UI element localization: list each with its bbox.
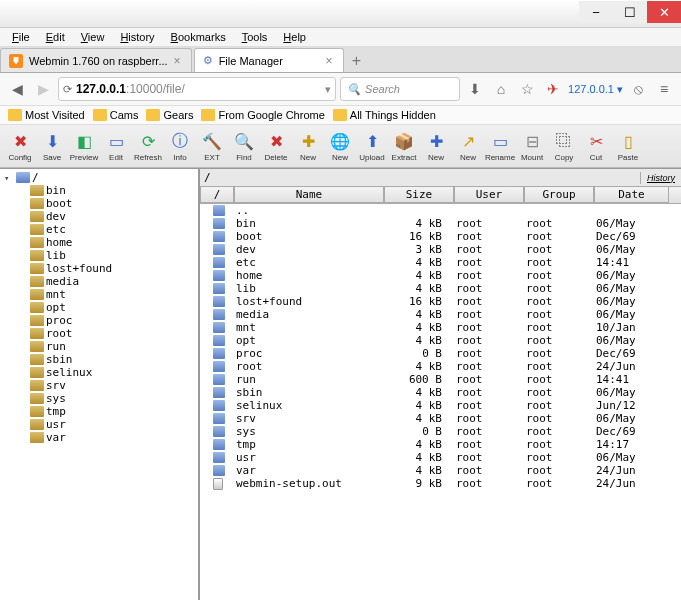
col-date[interactable]: Date xyxy=(594,187,669,203)
tree-item[interactable]: mnt xyxy=(2,288,196,301)
folder-tree[interactable]: ▾/binbootdevetchomeliblost+foundmediamnt… xyxy=(0,169,200,600)
menu-edit[interactable]: Edit xyxy=(40,30,71,44)
tree-item[interactable]: sbin xyxy=(2,353,196,366)
file-row[interactable]: root4 kBrootroot24/Jun xyxy=(200,360,681,373)
tool-upload[interactable]: ⬆Upload xyxy=(356,127,388,165)
col-name[interactable]: Name xyxy=(234,187,384,203)
window-close[interactable]: ✕ xyxy=(647,1,681,23)
window-maximize[interactable]: ☐ xyxy=(613,1,647,23)
file-row[interactable]: dev3 kBrootroot06/May xyxy=(200,243,681,256)
parent-dir[interactable]: .. xyxy=(200,204,681,217)
nav-forward[interactable]: ▶ xyxy=(32,78,54,100)
tab-close[interactable]: × xyxy=(174,54,181,68)
tree-item[interactable]: bin xyxy=(2,184,196,197)
tree-item[interactable]: var xyxy=(2,431,196,444)
menu-file[interactable]: File xyxy=(6,30,36,44)
file-row[interactable]: lib4 kBrootroot06/May xyxy=(200,282,681,295)
history-button[interactable]: History xyxy=(640,172,681,184)
tool-new[interactable]: 🌐New xyxy=(324,127,356,165)
tree-item[interactable]: proc xyxy=(2,314,196,327)
file-row[interactable]: mnt4 kBrootroot10/Jan xyxy=(200,321,681,334)
tree-item[interactable]: lib xyxy=(2,249,196,262)
hamburger-icon[interactable]: ≡ xyxy=(653,78,675,100)
tool-find[interactable]: 🔍Find xyxy=(228,127,260,165)
tree-item[interactable]: media xyxy=(2,275,196,288)
url-box[interactable]: ⟳ 127.0.0.1:10000/file/ ▾ xyxy=(58,77,336,101)
home-icon[interactable]: ⌂ xyxy=(490,78,512,100)
tool-new[interactable]: ✚New xyxy=(292,127,324,165)
tree-item[interactable]: sys xyxy=(2,392,196,405)
file-row[interactable]: run600 Brootroot14:41 xyxy=(200,373,681,386)
tool-new[interactable]: ✚New xyxy=(420,127,452,165)
tool-paste[interactable]: ▯Paste xyxy=(612,127,644,165)
tree-item[interactable]: dev xyxy=(2,210,196,223)
menu-bookmarks[interactable]: Bookmarks xyxy=(165,30,232,44)
current-path[interactable]: / xyxy=(200,170,640,185)
tool-new[interactable]: ↗New xyxy=(452,127,484,165)
tab-0[interactable]: Webmin 1.760 on raspberr...× xyxy=(0,48,192,72)
file-row[interactable]: srv4 kBrootroot06/May xyxy=(200,412,681,425)
location-icon[interactable]: ✈ xyxy=(542,78,564,100)
file-row[interactable]: media4 kBrootroot06/May xyxy=(200,308,681,321)
search-box[interactable]: 🔍 Search xyxy=(340,77,460,101)
file-row[interactable]: sbin4 kBrootroot06/May xyxy=(200,386,681,399)
tool-info[interactable]: ⓘInfo xyxy=(164,127,196,165)
bookmark-most-visited[interactable]: Most Visited xyxy=(8,109,85,121)
file-list[interactable]: ..bin4 kBrootroot06/Mayboot16 kBrootroot… xyxy=(200,204,681,600)
col-size[interactable]: Size xyxy=(384,187,454,203)
tool-refresh[interactable]: ⟳Refresh xyxy=(132,127,164,165)
menu-view[interactable]: View xyxy=(75,30,111,44)
tree-root[interactable]: ▾/ xyxy=(2,171,196,184)
tree-item[interactable]: etc xyxy=(2,223,196,236)
file-row[interactable]: lost+found16 kBrootroot06/May xyxy=(200,295,681,308)
file-row[interactable]: bin4 kBrootroot06/May xyxy=(200,217,681,230)
nav-back[interactable]: ◀ xyxy=(6,78,28,100)
tree-item[interactable]: opt xyxy=(2,301,196,314)
col-user[interactable]: User xyxy=(454,187,524,203)
tool-save[interactable]: ⬇Save xyxy=(36,127,68,165)
downloads-icon[interactable]: ⬇ xyxy=(464,78,486,100)
file-row[interactable]: etc4 kBrootroot14:41 xyxy=(200,256,681,269)
window-minimize[interactable]: − xyxy=(579,1,613,23)
menu-history[interactable]: History xyxy=(114,30,160,44)
file-row[interactable]: selinux4 kBrootrootJun/12 xyxy=(200,399,681,412)
file-row[interactable]: boot16 kBrootrootDec/69 xyxy=(200,230,681,243)
tool-ext[interactable]: 🔨EXT xyxy=(196,127,228,165)
tree-item[interactable]: home xyxy=(2,236,196,249)
col-group[interactable]: Group xyxy=(524,187,594,203)
menu-help[interactable]: Help xyxy=(277,30,312,44)
ip-label[interactable]: 127.0.0.1 ▾ xyxy=(568,83,623,96)
file-row[interactable]: home4 kBrootroot06/May xyxy=(200,269,681,282)
tree-item[interactable]: usr xyxy=(2,418,196,431)
tab-close[interactable]: × xyxy=(326,54,333,68)
bookmark-all-things-hidden[interactable]: All Things Hidden xyxy=(333,109,436,121)
tool-mount[interactable]: ⊟Mount xyxy=(516,127,548,165)
bookmark-gears[interactable]: Gears xyxy=(146,109,193,121)
tool-edit[interactable]: ▭Edit xyxy=(100,127,132,165)
tool-rename[interactable]: ▭Rename xyxy=(484,127,516,165)
tool-copy[interactable]: ⿻Copy xyxy=(548,127,580,165)
tree-item[interactable]: lost+found xyxy=(2,262,196,275)
tree-item[interactable]: selinux xyxy=(2,366,196,379)
bookmark-from-google-chrome[interactable]: From Google Chrome xyxy=(201,109,324,121)
reload-icon[interactable]: ⟳ xyxy=(63,83,72,96)
file-row[interactable]: webmin-setup.out9 kBrootroot24/Jun xyxy=(200,477,681,490)
tree-item[interactable]: tmp xyxy=(2,405,196,418)
tab-1[interactable]: ⚙File Manager× xyxy=(194,48,344,72)
tool-cut[interactable]: ✂Cut xyxy=(580,127,612,165)
file-row[interactable]: usr4 kBrootroot06/May xyxy=(200,451,681,464)
file-row[interactable]: var4 kBrootroot24/Jun xyxy=(200,464,681,477)
dropdown-icon[interactable]: ▾ xyxy=(325,83,331,96)
tool-preview[interactable]: ◧Preview xyxy=(68,127,100,165)
bookmark-star-icon[interactable]: ☆ xyxy=(516,78,538,100)
tree-item[interactable]: run xyxy=(2,340,196,353)
file-row[interactable]: sys0 BrootrootDec/69 xyxy=(200,425,681,438)
file-row[interactable]: proc0 BrootrootDec/69 xyxy=(200,347,681,360)
noscript-icon[interactable]: ⦸ xyxy=(627,78,649,100)
tool-extract[interactable]: 📦Extract xyxy=(388,127,420,165)
tree-item[interactable]: boot xyxy=(2,197,196,210)
tool-delete[interactable]: ✖Delete xyxy=(260,127,292,165)
tree-item[interactable]: root xyxy=(2,327,196,340)
menu-tools[interactable]: Tools xyxy=(236,30,274,44)
new-tab[interactable]: + xyxy=(346,50,367,72)
